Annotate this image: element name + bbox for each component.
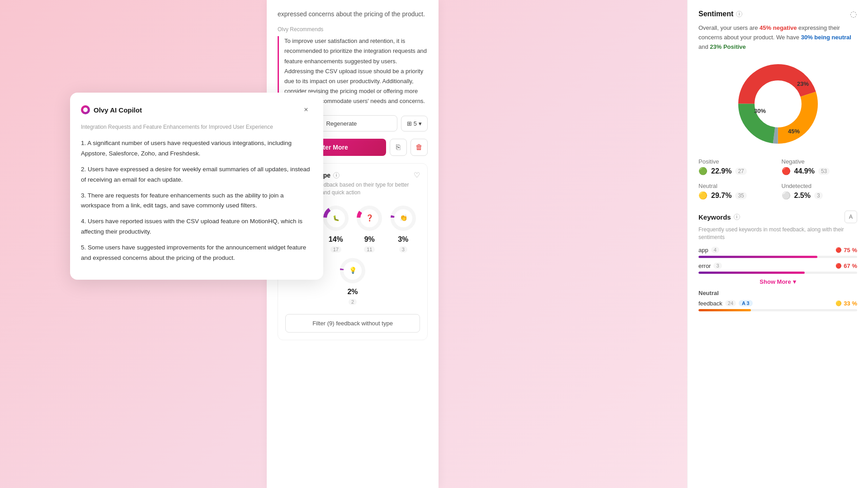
neutral-label: Neutral — [698, 183, 774, 189]
undetected-label: Undetected — [782, 183, 858, 189]
olvy-recommends-label: Olvy Recommends — [278, 26, 428, 33]
keyword-error-count: 3 — [713, 263, 722, 269]
stat-positive: Positive 🟢 22.9% 27 — [698, 158, 774, 175]
keywords-desc: Frequently used keywords in most feedbac… — [698, 226, 857, 241]
undetected-emoji: ⚪ — [782, 191, 791, 200]
keyword-feedback-count: 24 — [725, 300, 736, 306]
neutral-value: 29.7% — [711, 192, 731, 200]
feedback-type-item-clap: 👏 3% 3 — [389, 204, 418, 253]
undetected-value: 2.5% — [794, 192, 811, 200]
keyword-error-name: error — [698, 263, 711, 269]
show-more-button[interactable]: Show More ▾ — [698, 278, 857, 285]
copilot-header: Olvy AI Copilot × — [81, 103, 312, 116]
keyword-app-percent: 🔴 75 % — [835, 247, 857, 253]
copilot-subtitle: Integration Requests and Feature Enhance… — [81, 123, 312, 131]
feedback-type-bookmark-icon[interactable]: ♡ — [414, 171, 420, 179]
keyword-feedback-bar-track — [698, 309, 857, 311]
stat-negative: Negative 🔴 44.9% 53 — [782, 158, 858, 175]
close-button[interactable]: × — [300, 103, 312, 116]
question-percent: 9% — [364, 235, 375, 244]
feedback-type-item-bulb: 💡 2% 2 — [338, 256, 367, 305]
keyword-app-bar-fill — [698, 256, 817, 258]
stat-undetected: Undetected ⚪ 2.5% 3 — [782, 183, 858, 200]
sentiment-header: Sentiment i ◌ — [698, 9, 857, 19]
copilot-content: 1. A significant number of users have re… — [81, 138, 312, 263]
keywords-section: Keywords i A Frequently used keywords in… — [698, 211, 857, 311]
sentiment-loading-icon: ◌ — [850, 9, 857, 19]
regenerate-label: Regenerate — [326, 120, 357, 127]
keyword-error-bar-fill — [698, 272, 805, 274]
svg-text:❓: ❓ — [366, 214, 374, 222]
keyword-feedback-name: feedback — [698, 300, 722, 307]
bug-count: 17 — [330, 246, 341, 253]
copilot-panel: Olvy AI Copilot × Integration Requests a… — [70, 93, 323, 280]
keyword-icon: A — [849, 214, 853, 220]
svg-text:45%: 45% — [788, 128, 799, 135]
keyword-feedback-percent: 🟡 33 % — [835, 300, 857, 307]
keyword-app-name: app — [698, 247, 708, 253]
right-panel: Sentiment i ◌ Overall, your users are 45… — [687, 0, 868, 488]
feedback-type-info-icon[interactable]: i — [333, 172, 340, 178]
copilot-point-3: 3. There are requests for feature enhanc… — [81, 191, 312, 211]
count-dropdown[interactable]: ⊞ 5 ▾ — [401, 116, 428, 131]
clap-percent: 3% — [398, 235, 408, 244]
keyword-app-bar-track — [698, 256, 857, 258]
copilot-logo-icon — [81, 105, 90, 114]
concern-text: expressed concerns about the pricing of … — [278, 0, 428, 26]
keyword-feedback-badge: A 3 — [739, 300, 753, 306]
keywords-info-icon[interactable]: i — [734, 214, 740, 220]
bug-percent: 14% — [329, 235, 343, 244]
negative-label: Negative — [782, 158, 858, 165]
svg-text:💡: 💡 — [349, 267, 357, 274]
question-count: 11 — [364, 246, 375, 253]
neutral-emoji: 🟡 — [698, 191, 708, 200]
keyword-feedback-bar-fill — [698, 309, 751, 311]
undetected-count: 3 — [814, 192, 823, 199]
positive-label: Positive — [698, 158, 774, 165]
svg-text:🐛: 🐛 — [332, 215, 339, 221]
keywords-header: Keywords i A — [698, 211, 857, 223]
filter-without-type-button[interactable]: Filter (9) feedback without type — [285, 314, 420, 333]
feedback-donut-bug: 🐛 — [321, 204, 350, 233]
sentiment-desc: Overall, your users are 45% negative exp… — [698, 23, 857, 52]
negative-value: 44.9% — [794, 167, 815, 175]
feedback-donut-bulb: 💡 — [338, 256, 367, 285]
sentiment-info-icon[interactable]: i — [736, 11, 742, 17]
keyword-item-app: app 4 🔴 75 % — [698, 247, 857, 258]
positive-emoji: 🟢 — [698, 167, 708, 175]
copilot-point-5: 5. Some users have suggested improvement… — [81, 243, 312, 263]
sentiment-stats: Positive 🟢 22.9% 27 Negative 🔴 44.9% 53 … — [698, 158, 857, 200]
keywords-action-button[interactable]: A — [844, 211, 857, 223]
copy-button[interactable]: ⎘ — [390, 139, 407, 156]
bookmark-button[interactable]: 🗑 — [410, 139, 428, 156]
feedback-type-item-bug: 🐛 14% 17 — [321, 204, 350, 253]
count-value: 5 — [414, 120, 417, 127]
feedback-donut-question: ❓ — [355, 204, 384, 233]
bulb-percent: 2% — [347, 288, 358, 296]
neutral-count: 35 — [735, 192, 746, 199]
sentiment-donut-svg: 23% 30% 45% — [733, 59, 823, 149]
keyword-app-count: 4 — [711, 247, 719, 253]
copilot-title-row: Olvy AI Copilot — [81, 105, 142, 114]
trash-icon: 🗑 — [415, 143, 423, 151]
feedback-type-item-question: ❓ 9% 11 — [355, 204, 384, 253]
copilot-point-1: 1. A significant number of users have re… — [81, 138, 312, 159]
svg-text:👏: 👏 — [399, 214, 407, 222]
keyword-item-feedback: feedback 24 A 3 🟡 33 % — [698, 300, 857, 311]
positive-value: 22.9% — [711, 167, 731, 175]
copilot-point-4: 4. Users have reported issues with the C… — [81, 216, 312, 237]
keyword-item-error: error 3 🔴 67 % — [698, 263, 857, 274]
copy-icon: ⎘ — [396, 143, 401, 151]
stat-neutral: Neutral 🟡 29.7% 35 — [698, 183, 774, 200]
clap-count: 3 — [399, 246, 407, 253]
dropdown-chevron-icon: ▾ — [419, 120, 422, 127]
neutral-section-label: Neutral — [698, 290, 857, 296]
keywords-title: Keywords i — [698, 213, 740, 221]
sentiment-title: Sentiment i — [698, 10, 742, 18]
keyword-error-bar-track — [698, 272, 857, 274]
feedback-donut-clap: 👏 — [389, 204, 418, 233]
positive-count: 27 — [735, 168, 746, 175]
copilot-point-2: 2. Users have expressed a desire for wee… — [81, 164, 312, 185]
negative-count: 53 — [818, 168, 830, 175]
svg-text:23%: 23% — [797, 80, 808, 87]
